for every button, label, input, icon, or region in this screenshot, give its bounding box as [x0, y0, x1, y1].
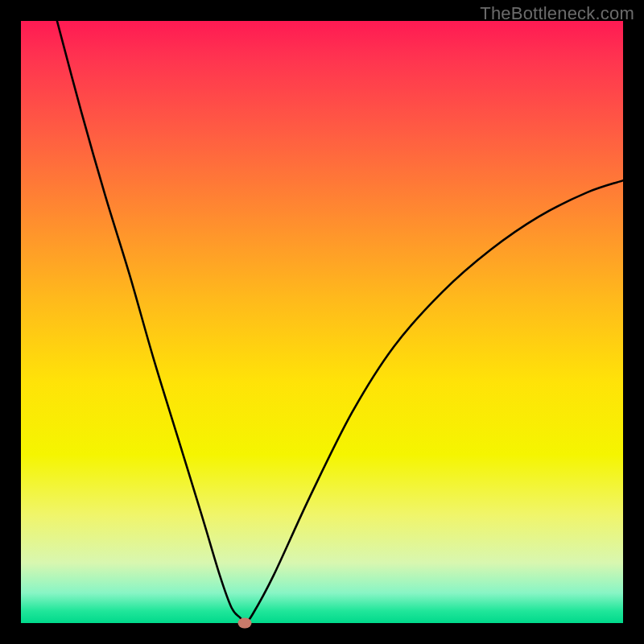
watermark-label: TheBottleneck.com: [480, 3, 634, 24]
plot-area: [21, 21, 623, 623]
optimal-point-marker: [238, 618, 252, 629]
bottleneck-curve: [21, 21, 623, 623]
chart-frame: TheBottleneck.com: [0, 0, 644, 644]
